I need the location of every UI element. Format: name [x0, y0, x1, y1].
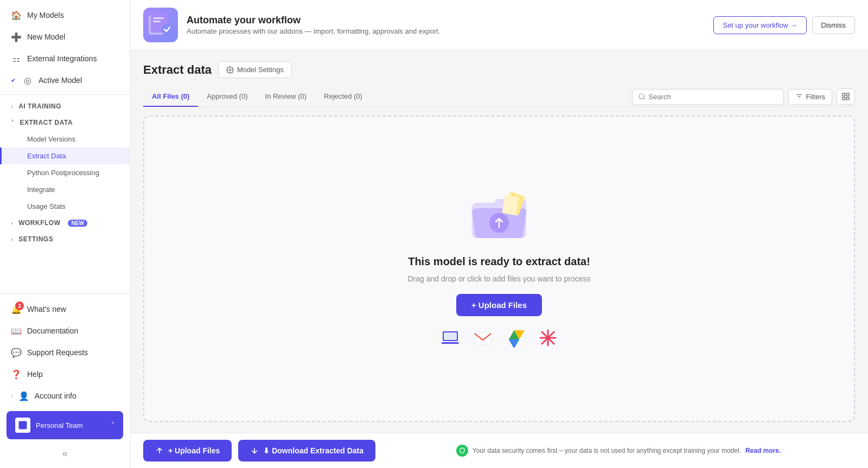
footer-download-label: ⬇ Download Extracted Data: [263, 446, 363, 455]
settings-label: SETTINGS: [18, 235, 53, 243]
collapse-icon: «: [62, 448, 67, 459]
integrations-icon: ⚏: [11, 53, 22, 64]
svg-point-5: [162, 24, 173, 35]
documentation-label: Documentation: [27, 326, 78, 335]
content-area: Extract data Model Settings All Files (0…: [130, 50, 868, 433]
sidebar-label-external-integrations: External Integrations: [27, 54, 97, 63]
search-input[interactable]: [649, 93, 778, 101]
sidebar-item-whats-new[interactable]: 🔔 3 What's new: [0, 298, 130, 320]
upload-files-button[interactable]: + Upload Files: [456, 294, 542, 316]
sidebar-item-help[interactable]: ❓ Help: [0, 363, 130, 385]
footer-upload-files-button[interactable]: + Upload Files: [143, 440, 232, 461]
banner-actions: Set up your workflow → Dismiss: [713, 16, 855, 34]
sidebar-label-new-model: New Model: [27, 33, 65, 41]
team-name: Personal Team: [36, 421, 82, 429]
workflow-banner: Automate your workflow Automate processe…: [130, 0, 868, 50]
banner-text: Automate your workflow Automate processe…: [187, 15, 705, 35]
dropzone-subtitle: Drag and drop or click to add files you …: [408, 274, 591, 283]
svg-rect-12: [843, 93, 845, 96]
svg-rect-13: [846, 93, 849, 96]
workflow-label: WORKFLOW: [18, 219, 60, 227]
sidebar-item-documentation[interactable]: 📖 Documentation: [0, 320, 130, 342]
tab-approved[interactable]: Approved (0): [198, 87, 256, 107]
dropzone[interactable]: This model is ready to extract data! Dra…: [143, 116, 855, 422]
sidebar-item-external-integrations[interactable]: ⚏ External Integrations: [0, 48, 130, 69]
security-text: Your data security comes first – your da…: [473, 447, 741, 454]
model-settings-button[interactable]: Model Settings: [218, 61, 292, 78]
account-icon: 👤: [18, 390, 29, 401]
tabs-bar: All Files (0) Approved (0) In Review (0)…: [143, 87, 855, 107]
footer-download-button[interactable]: ⬇ Download Extracted Data: [238, 440, 375, 461]
security-notice: Your data security comes first – your da…: [382, 445, 855, 457]
gdrive-integration-icon[interactable]: [505, 327, 526, 349]
sidebar-section-settings[interactable]: › SETTINGS: [0, 231, 130, 247]
sidebar-sub-item-extract-data[interactable]: Extract Data: [0, 148, 130, 164]
svg-rect-4: [153, 21, 161, 22]
filters-button[interactable]: Filters: [788, 89, 832, 105]
account-info-label: Account info: [35, 392, 76, 400]
svg-rect-21: [444, 332, 457, 340]
dismiss-button[interactable]: Dismiss: [812, 16, 856, 34]
sidebar-section-extract-data[interactable]: ˅ EXTRACT DATA: [0, 114, 130, 131]
svg-rect-14: [843, 97, 845, 100]
laptop-integration-icon[interactable]: [439, 327, 461, 349]
read-more-link[interactable]: Read more.: [745, 447, 781, 454]
tab-in-review[interactable]: In Review (0): [257, 87, 316, 107]
sidebar-section-workflow[interactable]: › WORKFLOW NEW: [0, 215, 130, 231]
sidebar-item-my-models[interactable]: 🏠 My Models: [0, 4, 130, 26]
main-content: Automate your workflow Automate processe…: [130, 0, 868, 468]
team-footer[interactable]: Personal Team ˅: [7, 411, 123, 439]
svg-rect-22: [442, 342, 459, 344]
book-icon: 📖: [11, 325, 22, 336]
footer-upload-label: + Upload Files: [168, 446, 220, 455]
model-versions-label: Model Versions: [27, 135, 75, 143]
svg-rect-15: [846, 97, 849, 100]
sidebar-sub-item-integrate[interactable]: Integrate: [0, 181, 130, 198]
sidebar-label-active-model: Active Model: [39, 76, 82, 85]
tab-approved-label: Approved (0): [207, 92, 247, 100]
sidebar-item-account-info[interactable]: › 👤 Account info: [0, 385, 130, 407]
setup-workflow-button[interactable]: Set up your workflow →: [713, 16, 806, 34]
active-model-icon: ◎: [22, 75, 33, 86]
extract-data-chevron: ˅: [11, 119, 15, 126]
team-chevron-icon: ˅: [111, 421, 114, 429]
filters-label: Filters: [806, 93, 825, 101]
grid-view-button[interactable]: [837, 88, 855, 105]
page-header: Extract data Model Settings: [143, 61, 855, 78]
download-icon: [250, 446, 259, 455]
ai-training-chevron: ›: [11, 103, 13, 110]
bell-icon-wrap: 🔔 3: [11, 304, 22, 315]
svg-rect-3: [153, 17, 164, 19]
dismiss-label: Dismiss: [821, 21, 846, 29]
model-settings-label: Model Settings: [237, 66, 284, 74]
page-title: Extract data: [143, 63, 212, 77]
footer-bar: + Upload Files ⬇ Download Extracted Data…: [130, 433, 868, 468]
sidebar-sub-item-python-postprocessing[interactable]: Python Postprocessing: [0, 164, 130, 181]
gmail-integration-icon[interactable]: [472, 327, 494, 349]
banner-title: Automate your workflow: [187, 15, 705, 26]
upload-files-label: + Upload Files: [471, 300, 527, 310]
tab-rejected-label: Rejected (0): [324, 92, 362, 100]
setup-workflow-label: Set up your workflow →: [723, 21, 797, 29]
sidebar-section-ai-training[interactable]: › AI TRAINING: [0, 98, 130, 114]
notification-badge: 3: [15, 302, 24, 310]
grid-icon: [841, 92, 850, 101]
collapse-sidebar-button[interactable]: «: [0, 444, 130, 464]
sidebar-item-new-model[interactable]: ➕ New Model: [0, 26, 130, 48]
sidebar-sub-item-model-versions[interactable]: Model Versions: [0, 131, 130, 148]
sidebar-item-active-model[interactable]: ✔ ◎ Active Model: [0, 69, 130, 91]
tab-all-files[interactable]: All Files (0): [143, 87, 198, 107]
python-postprocessing-label: Python Postprocessing: [27, 169, 99, 177]
svg-rect-23: [475, 332, 491, 344]
workflow-badge: NEW: [68, 220, 87, 227]
integrate-label: Integrate: [27, 185, 55, 194]
sidebar-sub-item-usage-stats[interactable]: Usage Stats: [0, 198, 130, 215]
security-icon: [456, 445, 468, 457]
svg-point-7: [639, 94, 643, 99]
dropzone-illustration: [467, 189, 532, 243]
asterisk-integration-icon[interactable]: [537, 327, 559, 349]
search-icon: [638, 93, 646, 100]
svg-rect-0: [19, 421, 27, 429]
sidebar-item-support-requests[interactable]: 💬 Support Requests: [0, 342, 130, 363]
tab-rejected[interactable]: Rejected (0): [315, 87, 371, 107]
